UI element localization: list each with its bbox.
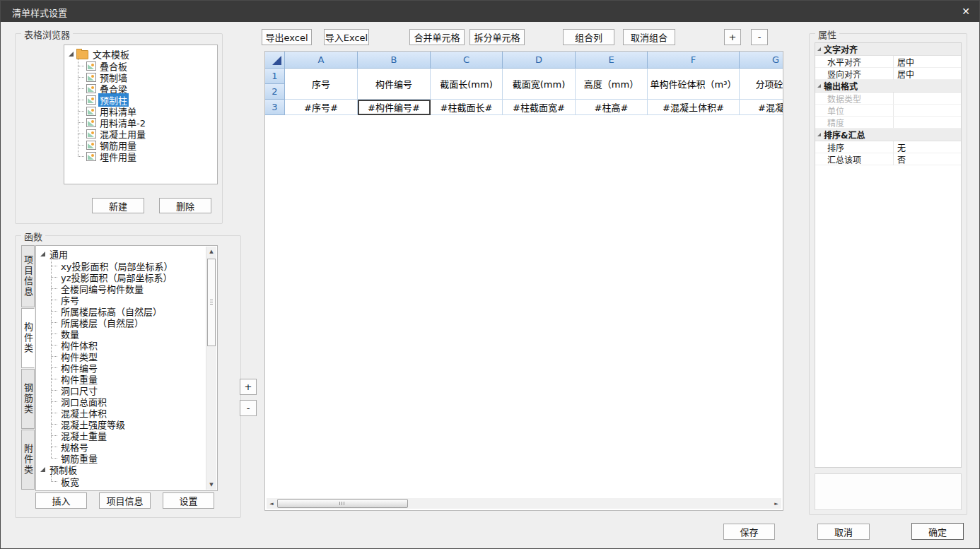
func-group[interactable]: 通用 <box>39 248 206 260</box>
property-row[interactable]: 水平对齐居中 <box>815 56 961 68</box>
settings-button[interactable]: 设置 <box>163 492 214 509</box>
row-header[interactable]: 2 <box>265 84 285 100</box>
sheet-value-cell[interactable]: #混凝土 <box>740 100 783 115</box>
property-value: 居中 <box>893 68 961 80</box>
scroll-right-icon[interactable]: ► <box>771 498 781 509</box>
func-item[interactable]: 板宽 <box>51 476 206 487</box>
func-group[interactable]: 预制板 <box>39 464 206 476</box>
ungroup-button[interactable]: 取消组合 <box>623 29 675 45</box>
delete-button[interactable]: 删除 <box>159 198 211 213</box>
column-header[interactable]: E <box>576 52 648 69</box>
scrollbar-thumb[interactable] <box>277 499 408 508</box>
remove-column-button[interactable]: - <box>751 29 768 45</box>
dialog-title: 清单样式设置 <box>12 6 67 19</box>
tree-connector <box>78 66 84 66</box>
save-button[interactable]: 保存 <box>723 524 775 540</box>
sheet-value-cell[interactable]: #序号# <box>285 100 358 115</box>
property-label: 竖向对齐 <box>826 68 893 80</box>
split-cells-button[interactable]: 拆分单元格 <box>469 29 525 45</box>
prop-grid: 文字对齐水平对齐居中竖向对齐居中输出格式数据类型单位精度排序&汇总排序无汇总该项… <box>815 42 962 468</box>
browser-tree-items: 叠合板预制墙叠合梁预制柱用料清单用料清单-2混凝土用量钢筋用量埋件用量 <box>78 60 216 162</box>
scrollbar-thumb[interactable] <box>207 259 216 346</box>
tree-connector <box>51 367 57 368</box>
func-tab[interactable]: 钢筋类 <box>21 369 35 429</box>
func-tabs: 项目信息构件类钢筋类附件类 <box>21 245 35 490</box>
func-tab[interactable]: 项目信息 <box>21 245 35 307</box>
sheet-value-cell[interactable]: #柱截面宽# <box>503 100 576 115</box>
property-row[interactable]: 竖向对齐居中 <box>815 68 961 80</box>
sheet-area: ABCDEFG123序号构件编号截面长(mm)截面宽(mm)高度（mm）单构件砼… <box>264 51 783 511</box>
property-row[interactable]: 精度 <box>815 117 961 129</box>
template-icon <box>86 61 96 71</box>
func-item[interactable]: 钢筋重量 <box>51 452 206 464</box>
tree-item-label: 埋件用量 <box>98 150 138 163</box>
select-all-corner[interactable] <box>265 52 285 69</box>
sheet-header-cell[interactable]: 构件编号 <box>358 69 431 100</box>
tree-connector <box>78 145 84 146</box>
template-icon <box>86 95 96 105</box>
column-header[interactable]: F <box>648 52 740 69</box>
tree-connector <box>51 356 57 357</box>
add-row-button[interactable]: + <box>240 379 257 395</box>
tree-connector <box>51 300 57 300</box>
template-icon <box>86 107 96 116</box>
tree-connector <box>51 458 57 459</box>
property-value <box>893 105 961 116</box>
func-item-label: 钢筋重量 <box>59 451 99 465</box>
property-label: 汇总该项 <box>826 153 893 165</box>
column-header[interactable]: D <box>503 52 576 69</box>
sheet-header-cell[interactable]: 截面宽(mm) <box>503 69 576 100</box>
tree-root[interactable]: 文本模板 <box>67 48 216 60</box>
sheet-header-cell[interactable]: 分项砼总( <box>740 69 783 100</box>
sheet-hscrollbar[interactable]: ◄ ► <box>267 498 781 509</box>
ok-button[interactable]: 确定 <box>911 523 964 540</box>
scroll-up-icon[interactable]: ▲ <box>206 247 216 256</box>
sheet: ABCDEFG123序号构件编号截面长(mm)截面宽(mm)高度（mm）单构件砼… <box>265 52 783 115</box>
project-info-button[interactable]: 项目信息 <box>99 492 151 509</box>
sheet-header-cell[interactable]: 单构件砼体积（m³） <box>648 69 740 100</box>
property-row[interactable]: 汇总该项否 <box>815 153 961 165</box>
export-excel-button[interactable]: 导出excel <box>262 29 312 45</box>
property-label: 水平对齐 <box>826 56 893 68</box>
column-header[interactable]: A <box>285 52 358 69</box>
func-item-label: 板宽 <box>59 475 81 488</box>
remove-row-button[interactable]: - <box>240 400 257 416</box>
group-columns-button[interactable]: 组合列 <box>563 29 614 45</box>
property-row[interactable]: 数据类型 <box>815 93 961 105</box>
cancel-button[interactable]: 取消 <box>817 524 870 540</box>
expanded-twisty-icon <box>817 133 821 136</box>
func-scrollbar[interactable]: ▲ ▼ <box>206 247 216 490</box>
property-group-row[interactable]: 输出格式 <box>815 80 961 93</box>
new-button[interactable]: 新建 <box>92 198 144 213</box>
add-column-button[interactable]: + <box>724 29 741 45</box>
property-row[interactable]: 单位 <box>815 105 961 117</box>
sheet-value-cell[interactable]: #柱截面长# <box>431 100 503 115</box>
import-excel-button[interactable]: 导入Excel <box>324 29 369 45</box>
column-header[interactable]: B <box>358 52 431 69</box>
func-tab[interactable]: 附件类 <box>21 430 35 490</box>
row-header[interactable]: 3 <box>265 100 285 115</box>
property-group-label: 输出格式 <box>824 80 858 92</box>
sheet-header-cell[interactable]: 序号 <box>285 69 358 100</box>
sheet-value-cell[interactable]: #混凝土体积# <box>648 100 740 115</box>
template-icon <box>86 118 96 127</box>
property-row[interactable]: 排序无 <box>815 141 961 153</box>
scroll-down-icon[interactable]: ▼ <box>206 480 216 490</box>
sheet-value-cell[interactable]: #柱高# <box>576 100 648 115</box>
row-header[interactable]: 1 <box>265 69 285 84</box>
sheet-value-cell[interactable]: #构件编号# <box>358 100 431 115</box>
merge-cells-button[interactable]: 合并单元格 <box>409 29 465 45</box>
property-group-row[interactable]: 排序&汇总 <box>815 129 961 141</box>
tree-item[interactable]: 埋件用量 <box>78 150 216 162</box>
column-header[interactable]: G <box>740 52 783 69</box>
sheet-header-cell[interactable]: 高度（mm） <box>576 69 648 100</box>
scroll-left-icon[interactable]: ◄ <box>267 498 276 509</box>
table-browser-groupbox: 表格浏览器 文本模板 叠合板预制墙叠合梁预制柱用料清单用料清单-2混凝土用量钢筋… <box>15 33 223 224</box>
column-header[interactable]: C <box>431 52 503 69</box>
tree-connector <box>51 481 57 482</box>
close-icon[interactable]: ✕ <box>956 3 976 20</box>
insert-button[interactable]: 插入 <box>35 492 87 509</box>
sheet-header-cell[interactable]: 截面长(mm) <box>431 69 503 100</box>
property-group-row[interactable]: 文字对齐 <box>815 43 961 56</box>
func-tab[interactable]: 构件类 <box>21 308 35 368</box>
